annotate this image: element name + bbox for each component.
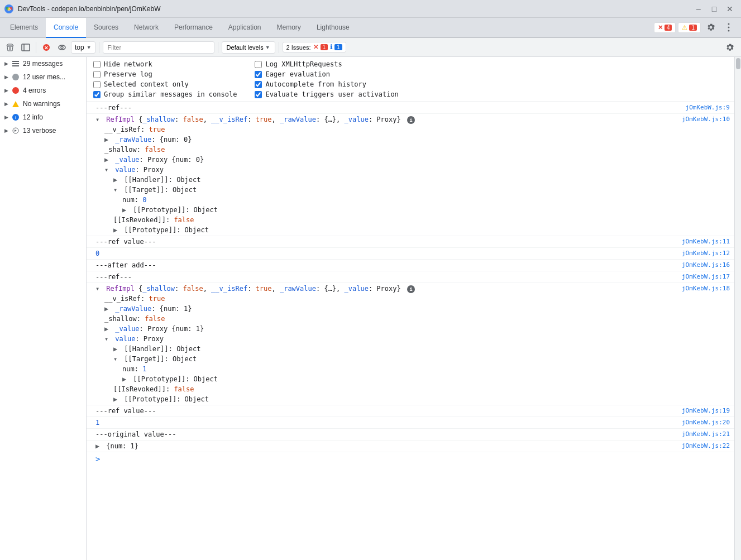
tab-sources[interactable]: Sources (86, 18, 126, 38)
expand-arrow[interactable] (113, 354, 120, 364)
tab-memory[interactable]: Memory (269, 18, 309, 38)
log-source-link[interactable]: jOmKebW.js:12 (677, 248, 730, 259)
scrollbar-thumb[interactable] (736, 58, 740, 69)
tab-console[interactable]: Console (46, 18, 86, 38)
log-entry-num-1-obj[interactable]: {num: 1} jOmKebW.js:22 (87, 441, 734, 452)
top-label: top (75, 44, 84, 51)
sidebar-item-messages[interactable]: ▶ 29 messages (0, 57, 86, 70)
sidebar-item-info[interactable]: ▶ i 12 info (0, 111, 86, 124)
selected-context-checkbox[interactable] (93, 81, 101, 88)
preserve-log-checkbox[interactable] (93, 71, 101, 78)
log-source-link[interactable]: jOmKebW.js:16 (677, 260, 730, 270)
expand-arrow[interactable] (113, 175, 120, 185)
log-child: __v_isRef: true (95, 294, 677, 304)
expand-arrow[interactable] (113, 394, 120, 404)
log-source-link[interactable]: jOmKebW.js:18 (677, 284, 730, 294)
expand-arrow[interactable] (104, 334, 111, 344)
log-source-link[interactable]: jOmKebW.js:10 (677, 114, 730, 125)
log-source-link[interactable]: jOmKebW.js:11 (677, 237, 730, 247)
error-x-icon: ✕ (658, 24, 663, 31)
expand-arrow[interactable] (104, 165, 111, 175)
console-settings-button[interactable] (722, 40, 738, 55)
sidebar-icon (21, 43, 30, 52)
selected-context-label[interactable]: Selected context only (104, 80, 189, 88)
expand-arrow[interactable] (104, 304, 111, 314)
prompt-line[interactable]: > (87, 452, 734, 466)
info-circle-icon-2[interactable]: i (407, 285, 415, 293)
log-child: _value: Proxy {num: 1} (95, 324, 677, 334)
maximize-button[interactable]: □ (707, 2, 721, 16)
log-xml-label[interactable]: Log XMLHttpRequests (265, 60, 342, 68)
expand-arrow[interactable] (104, 135, 111, 145)
toolbar-separator (36, 42, 36, 53)
group-similar-label[interactable]: Group similar messages in console (104, 90, 237, 98)
expand-arrow[interactable] (113, 185, 120, 195)
tab-application[interactable]: Application (221, 18, 269, 38)
warnings-badge-button[interactable]: ⚠ 1 (678, 22, 701, 33)
autocomplete-label[interactable]: Autocomplete from history (265, 80, 366, 88)
close-button[interactable]: ✕ (723, 2, 737, 16)
expand-arrow[interactable] (113, 344, 120, 354)
minimize-button[interactable]: – (692, 2, 705, 16)
sidebar-item-warnings[interactable]: ▶ No warnings (0, 97, 86, 111)
errors-count: 4 (664, 25, 672, 31)
expand-arrow[interactable] (122, 374, 129, 384)
default-levels-button[interactable]: Default levels ▼ (222, 41, 275, 54)
log-source-link[interactable]: jOmKebW.js:17 (677, 272, 730, 282)
log-child: [[IsRevoked]]: false (95, 215, 677, 225)
svg-point-9 (59, 45, 65, 50)
expand-arrow[interactable] (122, 205, 129, 215)
expand-arrow[interactable] (95, 284, 102, 294)
expand-arrow[interactable] (95, 114, 102, 125)
eye-button[interactable] (55, 41, 69, 54)
error-filter-button[interactable]: ✕ (40, 41, 53, 54)
errors-badge-button[interactable]: ✕ 4 (654, 22, 676, 33)
evaluate-triggers-label[interactable]: Evaluate triggers user activation (265, 90, 398, 98)
sidebar-item-errors[interactable]: ▶ 4 errors (0, 84, 86, 97)
log-source-link[interactable]: jOmKebW.js:20 (677, 418, 730, 428)
log-child: [[Handler]]: Object (95, 175, 677, 185)
filter-input[interactable] (103, 41, 214, 54)
log-entry-refimpl-2[interactable]: RefImpl {_shallow: false, __v_isRef: tru… (87, 283, 734, 405)
settings-button[interactable] (703, 20, 719, 35)
toggle-sidebar-button[interactable] (19, 41, 32, 54)
top-dropdown-arrow: ▼ (87, 45, 92, 50)
tab-performance[interactable]: Performance (166, 18, 221, 38)
log-xml-checkbox[interactable] (255, 61, 262, 68)
sidebar-item-user-messages[interactable]: ▶ 12 user mes... (0, 70, 86, 84)
eager-eval-label[interactable]: Eager evaluation (265, 70, 330, 78)
log-child: value: Proxy (95, 334, 677, 344)
hide-network-checkbox[interactable] (93, 61, 101, 68)
expand-arrow[interactable] (104, 155, 111, 165)
group-similar-checkbox[interactable] (93, 91, 101, 98)
log-child: [[Prototype]]: Object (95, 394, 677, 404)
issues-badge[interactable]: 2 Issues: ✕ 1 ℹ 1 (283, 42, 346, 52)
autocomplete-checkbox[interactable] (255, 81, 262, 88)
expand-arrow[interactable] (95, 441, 102, 451)
tab-network[interactable]: Network (126, 18, 166, 38)
sidebar-item-verbose[interactable]: ▶ 13 verbose (0, 124, 86, 137)
expand-arrow[interactable] (104, 324, 111, 334)
tab-elements[interactable]: Elements (2, 18, 46, 38)
eager-eval-checkbox[interactable] (255, 71, 262, 78)
preserve-log-label[interactable]: Preserve log (104, 70, 152, 78)
prop-name: _rawValue (115, 305, 151, 313)
devtools-settings-button[interactable] (721, 20, 737, 35)
expand-arrow[interactable] (113, 225, 120, 235)
log-child: _value: Proxy {num: 0} (95, 155, 677, 165)
console-prompt-input[interactable] (102, 455, 730, 463)
scrollbar[interactable] (734, 57, 741, 560)
user-messages-icon (12, 73, 20, 81)
hide-network-label[interactable]: Hide network (104, 60, 152, 68)
info-circle-icon[interactable]: i (407, 116, 415, 124)
log-source-link[interactable]: jOmKebW.js:19 (677, 406, 730, 416)
log-source-link[interactable]: jOmKebW.js:21 (677, 429, 730, 439)
console-content[interactable]: Hide network Preserve log Selected conte… (87, 57, 734, 560)
log-source-link[interactable]: jOmKebW.js:9 (681, 103, 730, 113)
log-source-link[interactable]: jOmKebW.js:22 (677, 441, 730, 451)
log-entry-refimpl-1[interactable]: RefImpl {_shallow: false, __v_isRef: tru… (87, 114, 734, 236)
sidebar: ▶ 29 messages ▶ 12 user mes... ▶ 4 error… (0, 57, 87, 560)
tab-lighthouse[interactable]: Lighthouse (309, 18, 357, 38)
evaluate-triggers-checkbox[interactable] (255, 91, 262, 98)
clear-console-button[interactable] (3, 41, 17, 54)
